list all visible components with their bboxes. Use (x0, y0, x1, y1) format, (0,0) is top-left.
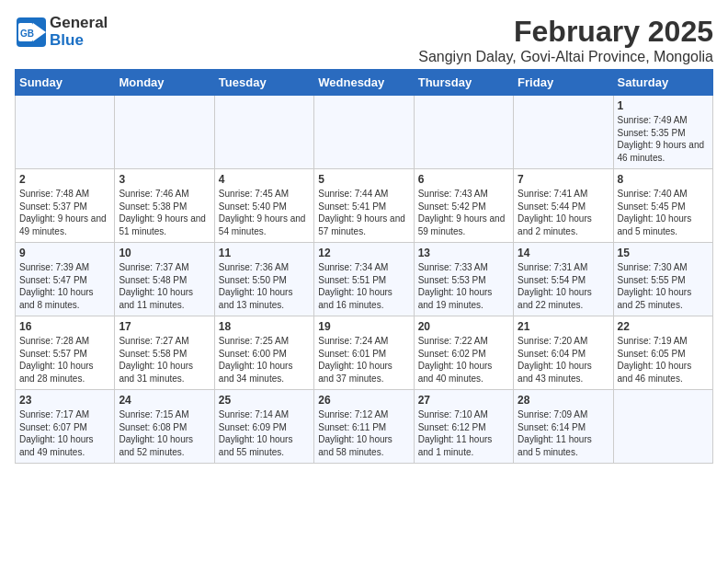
calendar-cell: 16Sunrise: 7:28 AM Sunset: 5:57 PM Dayli… (16, 316, 115, 390)
day-info: Sunrise: 7:39 AM Sunset: 5:47 PM Dayligh… (19, 261, 110, 311)
calendar-cell: 28Sunrise: 7:09 AM Sunset: 6:14 PM Dayli… (514, 390, 613, 464)
calendar-week-row: 9Sunrise: 7:39 AM Sunset: 5:47 PM Daylig… (16, 243, 713, 316)
calendar-cell: 9Sunrise: 7:39 AM Sunset: 5:47 PM Daylig… (16, 243, 115, 316)
calendar-cell: 7Sunrise: 7:41 AM Sunset: 5:44 PM Daylig… (514, 169, 613, 243)
title-area: February 2025 Sangiyn Dalay, Govi-Altai … (418, 15, 713, 65)
day-info: Sunrise: 7:14 AM Sunset: 6:09 PM Dayligh… (219, 408, 310, 458)
logo-icon: GB (15, 16, 48, 49)
day-number: 19 (318, 320, 409, 333)
calendar-cell: 14Sunrise: 7:31 AM Sunset: 5:54 PM Dayli… (514, 243, 613, 316)
svg-text:GB: GB (20, 29, 34, 39)
logo-blue: Blue (50, 32, 108, 50)
day-number: 8 (618, 173, 709, 186)
calendar-cell: 17Sunrise: 7:27 AM Sunset: 5:58 PM Dayli… (115, 316, 214, 390)
day-info: Sunrise: 7:31 AM Sunset: 5:54 PM Dayligh… (518, 261, 609, 311)
location-title: Sangiyn Dalay, Govi-Altai Province, Mong… (418, 49, 713, 65)
calendar-cell: 8Sunrise: 7:40 AM Sunset: 5:45 PM Daylig… (613, 169, 712, 243)
day-info: Sunrise: 7:30 AM Sunset: 5:55 PM Dayligh… (618, 261, 709, 311)
calendar-week-row: 16Sunrise: 7:28 AM Sunset: 5:57 PM Dayli… (16, 316, 713, 390)
day-number: 3 (119, 173, 210, 186)
day-number: 28 (518, 394, 609, 407)
calendar-cell (16, 96, 115, 169)
day-number: 22 (618, 320, 709, 333)
header: GB General Blue February 2025 Sangiyn Da… (15, 15, 713, 65)
day-info: Sunrise: 7:48 AM Sunset: 5:37 PM Dayligh… (19, 188, 110, 237)
calendar-table: SundayMondayTuesdayWednesdayThursdayFrid… (15, 69, 713, 464)
day-info: Sunrise: 7:12 AM Sunset: 6:11 PM Dayligh… (318, 408, 409, 458)
month-title: February 2025 (418, 15, 713, 49)
day-number: 1 (618, 99, 709, 112)
calendar-cell: 24Sunrise: 7:15 AM Sunset: 6:08 PM Dayli… (115, 390, 214, 464)
day-info: Sunrise: 7:25 AM Sunset: 6:00 PM Dayligh… (219, 335, 310, 385)
day-number: 12 (318, 247, 409, 259)
calendar-cell: 4Sunrise: 7:45 AM Sunset: 5:40 PM Daylig… (214, 169, 313, 243)
calendar-cell: 25Sunrise: 7:14 AM Sunset: 6:09 PM Dayli… (214, 390, 313, 464)
day-info: Sunrise: 7:15 AM Sunset: 6:08 PM Dayligh… (119, 408, 210, 458)
calendar-cell: 15Sunrise: 7:30 AM Sunset: 5:55 PM Dayli… (613, 243, 712, 316)
col-header-saturday: Saturday (613, 70, 712, 96)
day-number: 18 (219, 320, 310, 333)
day-info: Sunrise: 7:34 AM Sunset: 5:51 PM Dayligh… (318, 261, 409, 311)
calendar-cell: 21Sunrise: 7:20 AM Sunset: 6:04 PM Dayli… (514, 316, 613, 390)
day-number: 7 (518, 173, 609, 186)
day-number: 21 (518, 320, 609, 333)
calendar-cell: 22Sunrise: 7:19 AM Sunset: 6:05 PM Dayli… (613, 316, 712, 390)
day-number: 13 (418, 247, 509, 259)
day-number: 11 (219, 247, 310, 259)
calendar-cell (314, 96, 414, 169)
day-info: Sunrise: 7:19 AM Sunset: 6:05 PM Dayligh… (618, 335, 709, 385)
calendar-week-row: 1Sunrise: 7:49 AM Sunset: 5:35 PM Daylig… (16, 96, 713, 169)
day-info: Sunrise: 7:27 AM Sunset: 5:58 PM Dayligh… (119, 335, 210, 385)
calendar-cell: 2Sunrise: 7:48 AM Sunset: 5:37 PM Daylig… (16, 169, 115, 243)
calendar-cell: 13Sunrise: 7:33 AM Sunset: 5:53 PM Dayli… (414, 243, 513, 316)
calendar-cell (115, 96, 214, 169)
day-number: 14 (518, 247, 609, 259)
day-info: Sunrise: 7:41 AM Sunset: 5:44 PM Dayligh… (518, 188, 609, 237)
calendar-cell: 12Sunrise: 7:34 AM Sunset: 5:51 PM Dayli… (314, 243, 414, 316)
calendar-cell: 6Sunrise: 7:43 AM Sunset: 5:42 PM Daylig… (414, 169, 513, 243)
calendar-week-row: 2Sunrise: 7:48 AM Sunset: 5:37 PM Daylig… (16, 169, 713, 243)
day-number: 6 (418, 173, 509, 186)
calendar-cell: 3Sunrise: 7:46 AM Sunset: 5:38 PM Daylig… (115, 169, 214, 243)
col-header-sunday: Sunday (16, 70, 115, 96)
calendar-cell: 23Sunrise: 7:17 AM Sunset: 6:07 PM Dayli… (16, 390, 115, 464)
day-info: Sunrise: 7:49 AM Sunset: 5:35 PM Dayligh… (618, 114, 709, 164)
calendar-cell: 18Sunrise: 7:25 AM Sunset: 6:00 PM Dayli… (214, 316, 313, 390)
calendar-cell: 20Sunrise: 7:22 AM Sunset: 6:02 PM Dayli… (414, 316, 513, 390)
col-header-tuesday: Tuesday (214, 70, 313, 96)
day-info: Sunrise: 7:46 AM Sunset: 5:38 PM Dayligh… (119, 188, 210, 237)
col-header-wednesday: Wednesday (314, 70, 414, 96)
col-header-friday: Friday (514, 70, 613, 96)
day-info: Sunrise: 7:22 AM Sunset: 6:02 PM Dayligh… (418, 335, 509, 385)
calendar-cell: 26Sunrise: 7:12 AM Sunset: 6:11 PM Dayli… (314, 390, 414, 464)
day-info: Sunrise: 7:33 AM Sunset: 5:53 PM Dayligh… (418, 261, 509, 311)
day-info: Sunrise: 7:45 AM Sunset: 5:40 PM Dayligh… (219, 188, 310, 237)
day-number: 16 (19, 320, 110, 333)
col-header-thursday: Thursday (414, 70, 513, 96)
day-number: 2 (19, 173, 110, 186)
calendar-header-row: SundayMondayTuesdayWednesdayThursdayFrid… (16, 70, 713, 96)
logo-general: General (50, 15, 108, 32)
day-number: 25 (219, 394, 310, 407)
calendar-cell: 27Sunrise: 7:10 AM Sunset: 6:12 PM Dayli… (414, 390, 513, 464)
day-number: 10 (119, 247, 210, 259)
day-number: 24 (119, 394, 210, 407)
calendar-cell (414, 96, 513, 169)
day-number: 20 (418, 320, 509, 333)
calendar-week-row: 23Sunrise: 7:17 AM Sunset: 6:07 PM Dayli… (16, 390, 713, 464)
calendar-cell: 11Sunrise: 7:36 AM Sunset: 5:50 PM Dayli… (214, 243, 313, 316)
calendar-cell (613, 390, 712, 464)
day-number: 17 (119, 320, 210, 333)
day-number: 15 (618, 247, 709, 259)
day-info: Sunrise: 7:40 AM Sunset: 5:45 PM Dayligh… (618, 188, 709, 237)
calendar-cell: 5Sunrise: 7:44 AM Sunset: 5:41 PM Daylig… (314, 169, 414, 243)
calendar-cell (514, 96, 613, 169)
calendar-cell: 19Sunrise: 7:24 AM Sunset: 6:01 PM Dayli… (314, 316, 414, 390)
day-info: Sunrise: 7:28 AM Sunset: 5:57 PM Dayligh… (19, 335, 110, 385)
day-number: 4 (219, 173, 310, 186)
day-number: 9 (19, 247, 110, 259)
day-info: Sunrise: 7:24 AM Sunset: 6:01 PM Dayligh… (318, 335, 409, 385)
day-number: 23 (19, 394, 110, 407)
calendar-cell: 1Sunrise: 7:49 AM Sunset: 5:35 PM Daylig… (613, 96, 712, 169)
day-number: 5 (318, 173, 409, 186)
